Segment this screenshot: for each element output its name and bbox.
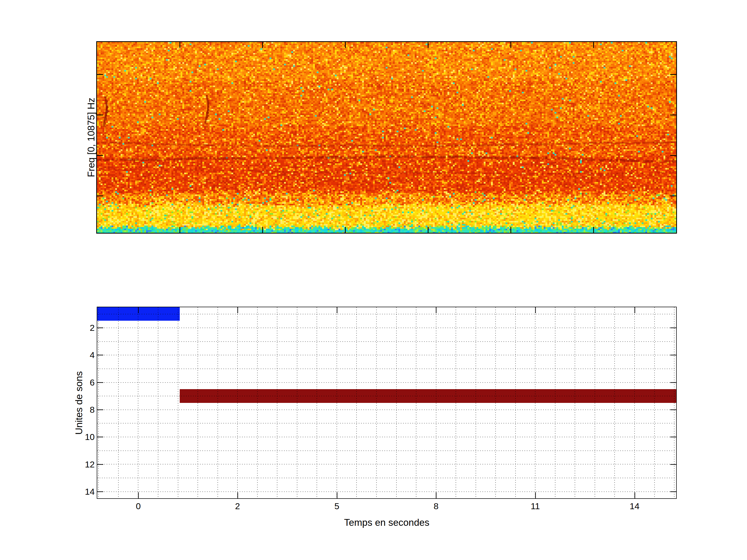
x-tick-label-0: 0 xyxy=(120,501,156,511)
x-tick-label-14: 14 xyxy=(617,501,653,511)
spectrogram-ylabel: Freq [0, 10875] Hz xyxy=(86,98,97,177)
x-tick-label-8: 8 xyxy=(418,501,454,511)
figure-window: Freq [0, 10875] Hz Unites de sons Temps … xyxy=(0,0,747,560)
spectrogram-axes xyxy=(96,41,677,234)
sound-unit-7-bar xyxy=(180,389,676,403)
y-tick-label-10: 10 xyxy=(61,432,95,442)
y-tick-label-2: 2 xyxy=(61,322,95,333)
activity-axes xyxy=(97,307,677,499)
y-tick-label-8: 8 xyxy=(61,404,95,415)
y-tick-label-4: 4 xyxy=(61,350,95,360)
spectrogram-image xyxy=(97,42,676,233)
activity-xlabel: Temps en secondes xyxy=(344,517,429,528)
x-tick-label-5: 5 xyxy=(319,501,355,511)
x-tick-label-2: 2 xyxy=(220,501,256,511)
y-tick-label-14: 14 xyxy=(61,486,95,497)
y-tick-label-12: 12 xyxy=(61,459,95,470)
sound-unit-1-bar xyxy=(97,307,180,321)
y-tick-label-6: 6 xyxy=(61,377,95,388)
x-tick-label-11: 11 xyxy=(517,501,553,511)
